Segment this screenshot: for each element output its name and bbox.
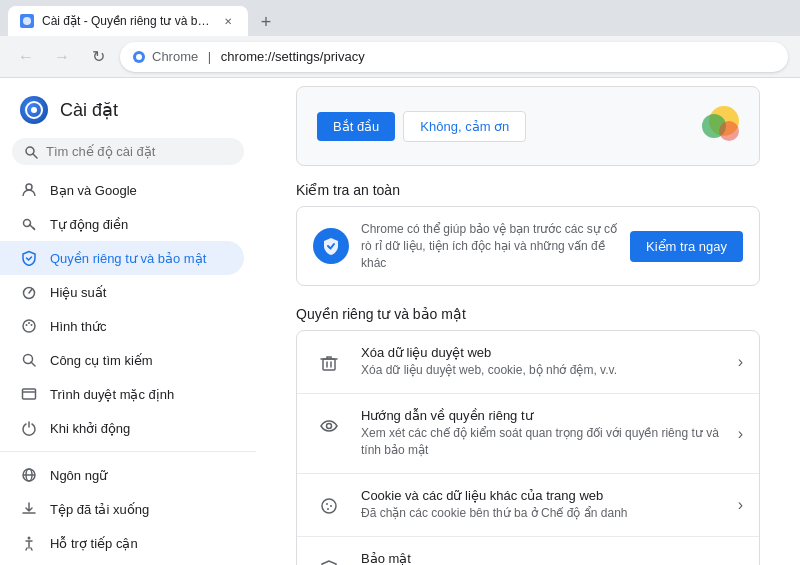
accessibility-icon: [20, 534, 38, 552]
privacy-item-content: Hướng dẫn về quyền riêng tư Xem xét các …: [361, 408, 722, 459]
chevron-right-icon: ›: [738, 425, 743, 443]
chrome-logo: [20, 96, 48, 124]
search-icon: [24, 145, 38, 159]
privacy-item-cookie[interactable]: Cookie và các dữ liệu khác của trang web…: [297, 474, 759, 537]
download-icon: [20, 500, 38, 518]
svg-point-13: [31, 324, 33, 326]
sidebar: Cài đặt Bạn và Google Tự động điền: [0, 78, 256, 565]
svg-point-12: [28, 322, 30, 324]
sidebar-item-label: Hỗ trợ tiếp cận: [50, 536, 138, 551]
privacy-item-content: Xóa dữ liệu duyệt web Xóa dữ liệu duyệt …: [361, 345, 722, 379]
no-thanks-button[interactable]: Không, cảm ơn: [403, 111, 526, 142]
back-button[interactable]: ←: [12, 43, 40, 71]
chevron-right-icon: ›: [738, 496, 743, 514]
sidebar-item-khi-khoi-dong[interactable]: Khi khởi động: [0, 411, 244, 445]
sidebar-header: Cài đặt: [0, 86, 256, 134]
privacy-item-title: Xóa dữ liệu duyệt web: [361, 345, 722, 360]
safety-section-title: Kiểm tra an toàn: [296, 182, 760, 198]
privacy-item-desc: Xem xét các chế độ kiểm soát quan trọng …: [361, 425, 722, 459]
sidebar-item-hieu-suat[interactable]: Hiệu suất: [0, 275, 244, 309]
cookie-icon: [313, 490, 345, 522]
sidebar-item-quyen-rieng-tu[interactable]: Quyền riêng tư và bảo mật: [0, 241, 244, 275]
sidebar-item-he-thong[interactable]: Hệ thống: [0, 560, 244, 565]
privacy-item-bao-mat[interactable]: Bảo mật Tính năng Duyệt web an toàn (bảo…: [297, 537, 759, 565]
forward-button[interactable]: →: [48, 43, 76, 71]
svg-point-0: [23, 17, 31, 25]
key-icon: [20, 215, 38, 233]
privacy-section-title: Quyền riêng tư và bảo mật: [296, 306, 760, 322]
privacy-item-xoa-du-lieu[interactable]: Xóa dữ liệu duyệt web Xóa dữ liệu duyệt …: [297, 331, 759, 394]
tab-close-button[interactable]: ✕: [220, 13, 236, 29]
svg-point-4: [31, 107, 37, 113]
svg-point-10: [23, 320, 35, 332]
svg-point-2: [136, 54, 142, 60]
tab-favicon: [20, 14, 34, 28]
sidebar-item-label: Trình duyệt mặc định: [50, 387, 174, 402]
reload-button[interactable]: ↻: [84, 43, 112, 71]
sidebar-item-label: Khi khởi động: [50, 421, 130, 436]
sidebar-item-ban-va-google[interactable]: Bạn và Google: [0, 173, 244, 207]
svg-point-39: [322, 499, 336, 513]
active-tab[interactable]: Cài đặt - Quyền riêng tư và bảo ... ✕: [8, 6, 248, 36]
site-icon: [132, 50, 146, 64]
start-banner: Bắt đầu Không, cảm ơn: [296, 86, 760, 166]
power-icon: [20, 419, 38, 437]
search-box[interactable]: [12, 138, 244, 165]
content-area: Bắt đầu Không, cảm ơn Kiểm tra an toàn: [256, 78, 800, 565]
svg-point-38: [327, 424, 332, 429]
start-button[interactable]: Bắt đầu: [317, 112, 395, 141]
privacy-item-desc: Xóa dữ liệu duyệt web, cookie, bộ nhớ đệ…: [361, 362, 722, 379]
svg-point-42: [327, 508, 329, 510]
address-bar: ← → ↻ Chrome | chrome://settings/privacy: [0, 36, 800, 78]
safety-shield-icon: [313, 228, 349, 264]
svg-point-7: [26, 184, 32, 190]
tab-bar: Cài đặt - Quyền riêng tư và bảo ... ✕ +: [0, 0, 800, 36]
svg-point-41: [330, 505, 332, 507]
sidebar-item-ho-tro-tiep-can[interactable]: Hỗ trợ tiếp cận: [0, 526, 244, 560]
shield-check-icon: [313, 553, 345, 565]
svg-point-34: [719, 121, 739, 141]
address-url: chrome://settings/privacy: [221, 49, 365, 64]
search-input[interactable]: [46, 144, 232, 159]
sidebar-item-cong-cu-tim-kiem[interactable]: Công cụ tìm kiếm: [0, 343, 244, 377]
eye-icon: [313, 410, 345, 442]
svg-point-40: [326, 503, 328, 505]
chevron-right-icon: ›: [738, 353, 743, 371]
svg-point-11: [26, 324, 28, 326]
sidebar-item-trinh-duyet[interactable]: Trình duyệt mặc định: [0, 377, 244, 411]
sidebar-item-tai-xuong[interactable]: Tệp đã tải xuống: [0, 492, 244, 526]
privacy-item-huong-dan[interactable]: Hướng dẫn về quyền riêng tư Xem xét các …: [297, 394, 759, 474]
tab-title: Cài đặt - Quyền riêng tư và bảo ...: [42, 14, 212, 28]
privacy-item-content: Bảo mật Tính năng Duyệt web an toàn (bảo…: [361, 551, 722, 565]
shield-icon: [20, 249, 38, 267]
privacy-item-title: Cookie và các dữ liệu khác của trang web: [361, 488, 722, 503]
sidebar-item-hinh-thuc[interactable]: Hình thức: [0, 309, 244, 343]
speed-icon: [20, 283, 38, 301]
sidebar-item-label: Tệp đã tải xuống: [50, 502, 149, 517]
svg-rect-35: [323, 359, 335, 370]
palette-icon: [20, 317, 38, 335]
address-separator: |: [204, 49, 215, 64]
address-protocol: Chrome: [152, 49, 198, 64]
new-tab-button[interactable]: +: [252, 8, 280, 36]
sidebar-item-label: Hình thức: [50, 319, 106, 334]
sidebar-item-label: Ngôn ngữ: [50, 468, 107, 483]
safety-card: Chrome có thể giúp bảo vệ bạn trước các …: [296, 206, 760, 286]
language-icon: [20, 466, 38, 484]
privacy-item-desc: Đã chặn các cookie bên thứ ba ở Chế độ ẩ…: [361, 505, 722, 522]
safety-description: Chrome có thể giúp bảo vệ bạn trước các …: [361, 221, 618, 271]
sidebar-item-tu-dong-dien[interactable]: Tự động điền: [0, 207, 244, 241]
sidebar-item-ngon-ngu[interactable]: Ngôn ngữ: [0, 458, 244, 492]
safety-check-button[interactable]: Kiểm tra ngay: [630, 231, 743, 262]
privacy-list: Xóa dữ liệu duyệt web Xóa dữ liệu duyệt …: [296, 330, 760, 565]
svg-rect-16: [23, 389, 36, 399]
address-input[interactable]: Chrome | chrome://settings/privacy: [120, 42, 788, 72]
start-illustration: [679, 101, 739, 151]
browser-icon: [20, 385, 38, 403]
sidebar-item-label: Công cụ tìm kiếm: [50, 353, 153, 368]
search-icon: [20, 351, 38, 369]
trash-icon: [313, 347, 345, 379]
svg-line-15: [31, 362, 35, 366]
safety-section: Kiểm tra an toàn Chrome có thể giúp bảo …: [296, 182, 760, 286]
privacy-section: Quyền riêng tư và bảo mật Xóa dữ liệu du…: [296, 306, 760, 565]
